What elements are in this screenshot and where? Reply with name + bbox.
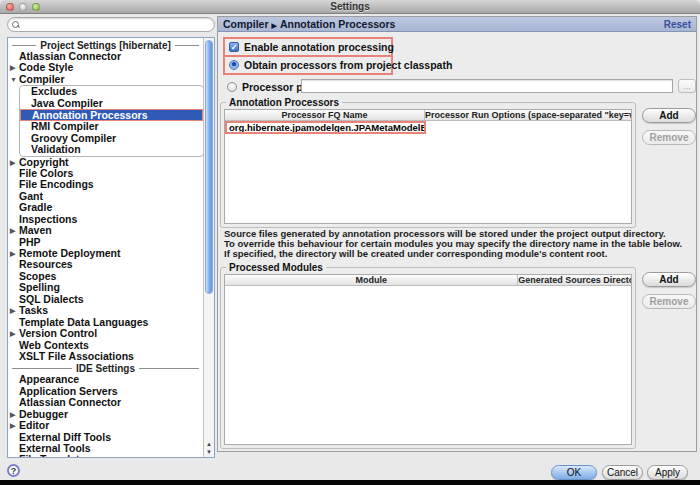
sidebar-item-label: RMI Compiler bbox=[31, 120, 99, 132]
sidebar-item-label: Compiler bbox=[19, 73, 65, 85]
sidebar-item-label: XSLT File Associations bbox=[19, 350, 134, 362]
scroll-down-button[interactable]: ▼ bbox=[204, 448, 214, 456]
chevron-right-icon[interactable]: ▶ bbox=[10, 409, 15, 421]
obtain-processors-radio[interactable] bbox=[229, 60, 239, 70]
sidebar-item-label: Remote Deployment bbox=[19, 247, 121, 259]
sidebar-item-file-templates[interactable]: File Templates bbox=[8, 454, 203, 457]
tree-group: ExcludesJava CompilerAnnotation Processo… bbox=[19, 85, 203, 156]
sidebar-item-label: Spelling bbox=[19, 281, 60, 293]
sidebar-item-label: Scopes bbox=[19, 270, 56, 282]
scroll-up-button[interactable]: ▲ bbox=[204, 440, 214, 448]
sidebar-item-java-compiler[interactable]: Java Compiler bbox=[20, 98, 203, 109]
sidebar-item-label: Groovy Compiler bbox=[31, 132, 116, 144]
settings-search[interactable] bbox=[7, 17, 215, 32]
search-input[interactable] bbox=[19, 19, 210, 30]
sidebar-item-label: File Templates bbox=[19, 453, 91, 457]
enable-annotation-processing-row[interactable]: ✓ Enable annotation processing bbox=[223, 37, 393, 56]
sidebar-item-label: Maven bbox=[19, 224, 52, 236]
reset-link[interactable]: Reset bbox=[664, 19, 691, 30]
obtain-processors-label: Obtain processors from project classpath bbox=[244, 59, 452, 71]
processed-modules-table[interactable]: Module Generated Sources Directory Name bbox=[224, 274, 632, 445]
column-header-processor-fq-name[interactable]: Processor FQ Name bbox=[225, 110, 424, 120]
breadcrumb-current: Annotation Processors bbox=[280, 18, 396, 30]
chevron-down-icon[interactable]: ▼ bbox=[10, 74, 17, 86]
sidebar-item-label: Application Servers bbox=[19, 385, 118, 397]
sidebar-item-compiler[interactable]: ▼Compiler bbox=[8, 74, 203, 85]
ok-button[interactable]: OK bbox=[551, 465, 597, 480]
annotation-processors-table[interactable]: Processor FQ Name Processor Run Options … bbox=[224, 109, 632, 224]
breadcrumb-parent: Compiler bbox=[223, 18, 269, 30]
sidebar-item-label: Inspections bbox=[19, 213, 77, 225]
sidebar-item-label: Excludes bbox=[31, 85, 77, 97]
annotation-processors-add-button[interactable]: Add bbox=[642, 108, 696, 123]
sidebar-item-label: External Tools bbox=[19, 442, 91, 454]
screen-bottom-strip bbox=[0, 480, 700, 485]
enable-annotation-processing-label: Enable annotation processing bbox=[244, 41, 394, 53]
sidebar-item-label: File Encodings bbox=[19, 178, 94, 190]
chevron-right-icon[interactable]: ▶ bbox=[10, 305, 15, 317]
table-header: Processor FQ Name Processor Run Options … bbox=[225, 110, 631, 121]
processor-path-radio[interactable] bbox=[227, 82, 237, 92]
processed-modules-add-button[interactable]: Add bbox=[642, 272, 696, 287]
sidebar-item-label: Tasks bbox=[19, 304, 48, 316]
settings-panel: Compiler▶Annotation Processors Reset ✓ E… bbox=[217, 16, 697, 452]
sidebar-item-xslt-file-associations[interactable]: XSLT File Associations bbox=[8, 351, 203, 362]
sidebar-item-label: PHP bbox=[19, 236, 41, 248]
titlebar: Settings bbox=[0, 0, 700, 14]
column-header-module[interactable]: Module bbox=[225, 275, 517, 285]
sidebar-item-label: Resources bbox=[19, 258, 73, 270]
processor-path-input[interactable] bbox=[301, 79, 673, 93]
sidebar-item-label: Atlassian Connector bbox=[19, 50, 121, 62]
chevron-right-icon[interactable]: ▶ bbox=[10, 420, 15, 432]
annotation-processors-remove-button: Remove bbox=[642, 130, 696, 145]
sidebar-item-label: Web Contexts bbox=[19, 339, 89, 351]
processor-fq-name-cell[interactable]: org.hibernate.jpamodelgen.JPAMetaModelEn… bbox=[225, 121, 426, 134]
sidebar-item-label: Code Style bbox=[19, 61, 73, 73]
sidebar-item-validation[interactable]: Validation bbox=[20, 144, 203, 155]
note-line: If specified, the directory will be crea… bbox=[224, 249, 682, 259]
sidebar-item-label: Debugger bbox=[19, 408, 68, 420]
table-row[interactable]: org.hibernate.jpamodelgen.JPAMetaModelEn… bbox=[225, 121, 631, 134]
sidebar-item-label: External Diff Tools bbox=[19, 431, 111, 443]
sidebar-item-label: Atlassian Connector bbox=[19, 396, 121, 408]
chevron-right-icon[interactable]: ▶ bbox=[10, 225, 15, 237]
sidebar-item-label: Version Control bbox=[19, 327, 97, 339]
window-title: Settings bbox=[0, 1, 700, 12]
cancel-button[interactable]: Cancel bbox=[602, 465, 643, 480]
sidebar-item-label: Copyright bbox=[19, 156, 69, 168]
browse-button[interactable]: ... bbox=[678, 79, 696, 93]
annotation-processors-group-title: Annotation Processors bbox=[226, 97, 342, 108]
panel-header: Compiler▶Annotation Processors Reset bbox=[218, 17, 696, 32]
sidebar-item-label: Gradle bbox=[19, 201, 52, 213]
search-icon bbox=[12, 21, 19, 28]
generated-sources-note: Source files generated by annotation pro… bbox=[224, 229, 682, 258]
obtain-processors-row[interactable]: Obtain processors from project classpath bbox=[223, 56, 393, 75]
sidebar-item-label: File Colors bbox=[19, 167, 73, 179]
apply-button[interactable]: Apply bbox=[647, 465, 688, 480]
enable-annotation-processing-checkbox[interactable]: ✓ bbox=[229, 42, 239, 52]
chevron-right-icon[interactable]: ▶ bbox=[10, 62, 15, 74]
sidebar-item-label: SQL Dialects bbox=[19, 293, 84, 305]
breadcrumb: Compiler▶Annotation Processors bbox=[223, 18, 395, 30]
tree-scrollbar[interactable]: ▲ ▼ bbox=[203, 38, 214, 457]
chevron-right-icon[interactable]: ▶ bbox=[10, 328, 15, 340]
chevron-right-icon[interactable]: ▶ bbox=[10, 157, 15, 169]
settings-tree: Project Settings [hibernate]Atlassian Co… bbox=[7, 37, 215, 458]
sidebar-item-label: Appearance bbox=[19, 373, 79, 385]
sidebar-item-label: Editor bbox=[19, 419, 49, 431]
column-header-generated-sources-directory-name[interactable]: Generated Sources Directory Name bbox=[517, 275, 631, 285]
breadcrumb-arrow-icon: ▶ bbox=[272, 22, 277, 29]
scrollbar-thumb[interactable] bbox=[205, 40, 213, 294]
chevron-right-icon[interactable]: ▶ bbox=[10, 248, 15, 260]
table-header: Module Generated Sources Directory Name bbox=[225, 275, 631, 286]
processed-modules-group-title: Processed Modules bbox=[226, 262, 326, 273]
sidebar-item-label: Template Data Languages bbox=[19, 316, 148, 328]
processed-modules-group: Processed Modules Module Generated Sourc… bbox=[220, 267, 636, 449]
sidebar-item-label: Gant bbox=[19, 190, 43, 202]
processed-modules-remove-button: Remove bbox=[642, 294, 696, 309]
annotation-processors-group: Annotation Processors Processor FQ Name … bbox=[220, 102, 636, 228]
settings-window: Settings Project Settings [hibernate]Atl… bbox=[0, 0, 700, 485]
sidebar-item-label: Validation bbox=[31, 143, 81, 155]
help-button[interactable]: ? bbox=[7, 464, 20, 477]
column-header-processor-run-options[interactable]: Processor Run Options (space-separated "… bbox=[424, 110, 631, 120]
